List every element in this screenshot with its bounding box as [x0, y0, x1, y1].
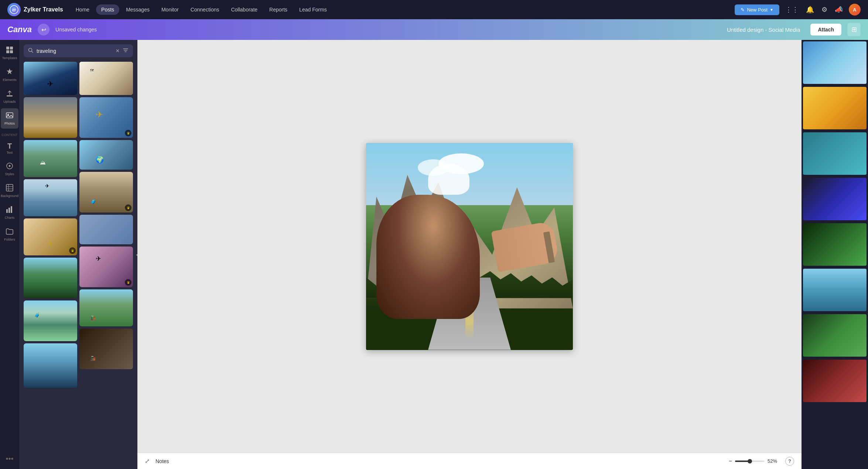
photos-icon — [6, 111, 14, 121]
sidebar-item-uploads[interactable]: Uploads — [1, 86, 18, 107]
folders-icon — [6, 227, 14, 237]
nav-connections[interactable]: Connections — [185, 4, 225, 15]
sidebar-item-charts[interactable]: Charts — [1, 203, 18, 223]
right-thumb-8[interactable] — [803, 360, 867, 402]
zoom-slider[interactable] — [735, 460, 765, 462]
photo-item-3[interactable] — [24, 97, 77, 138]
zoom-minus-button[interactable]: − — [729, 458, 732, 465]
canva-toolbar: Canva ↩ Unsaved changes Untitled design … — [0, 19, 868, 40]
canvas-area: ⤢ Notes − 52% ? — [137, 40, 802, 469]
right-thumb-2[interactable] — [803, 87, 867, 129]
svg-rect-11 — [6, 184, 13, 191]
sidebar-item-styles[interactable]: Styles — [1, 159, 18, 179]
zoom-slider-thumb[interactable] — [748, 459, 752, 463]
nav-home[interactable]: Home — [71, 4, 95, 15]
styles-icon — [6, 162, 14, 172]
main-area: Templates Elements Uploads — [0, 40, 868, 469]
nav-messages[interactable]: Messages — [121, 4, 155, 15]
photo-item-2[interactable]: 🗺 — [79, 62, 133, 95]
styles-label: Styles — [5, 173, 14, 176]
photo-item-16[interactable]: 🚂 — [79, 329, 133, 369]
photo-item-1[interactable]: ✈ — [24, 62, 77, 95]
photo-item-7[interactable]: ✈ — [24, 179, 77, 216]
bottom-bar: ⤢ Notes − 52% ? — [137, 453, 802, 469]
left-panel: ✕ ✈ ⛰ — [19, 40, 137, 469]
grid-menu-icon[interactable]: ⋮⋮ — [784, 4, 800, 15]
canvas-content — [137, 40, 802, 453]
canvas-image[interactable] — [366, 143, 573, 350]
sidebar-icons: Templates Elements Uploads — [0, 40, 19, 469]
nav-monitor[interactable]: Monitor — [156, 4, 184, 15]
canva-logo: Canva — [7, 25, 32, 34]
notes-label[interactable]: Notes — [156, 458, 169, 464]
sidebar-item-background[interactable]: Background — [1, 181, 18, 201]
top-navigation: ZT Zylker Travels Home Posts Messages Mo… — [0, 0, 868, 19]
uploads-label: Uploads — [3, 100, 16, 104]
attach-button[interactable]: Attach — [810, 24, 841, 35]
nav-reports[interactable]: Reports — [264, 4, 293, 15]
photo-item-11[interactable] — [24, 258, 77, 298]
elements-icon — [6, 68, 14, 78]
elements-label: Elements — [3, 78, 17, 82]
edit-icon: ✎ — [741, 7, 745, 13]
avatar[interactable]: A — [849, 4, 861, 16]
megaphone-icon[interactable]: 📣 — [833, 4, 844, 15]
view-grid-button[interactable]: ⊞ — [847, 23, 861, 36]
svg-rect-2 — [6, 47, 9, 50]
sidebar-item-elements[interactable]: Elements — [1, 65, 18, 85]
photo-column-1: ✈ ⛰ ✈ ✈ — [24, 62, 77, 465]
expand-icon[interactable]: ⤢ — [145, 458, 150, 465]
photo-item-6[interactable]: 🌍 — [79, 140, 133, 170]
right-thumb-6[interactable] — [803, 269, 867, 311]
nav-lead-forms[interactable]: Lead Forms — [294, 4, 332, 15]
undo-button[interactable]: ↩ — [38, 24, 49, 35]
text-icon: T — [7, 142, 12, 150]
svg-rect-13 — [8, 208, 10, 213]
more-options-dots[interactable]: ••• — [3, 452, 16, 466]
crown-badge: ♛ — [69, 247, 76, 254]
nav-collaborate[interactable]: Collaborate — [226, 4, 263, 15]
svg-marker-6 — [7, 68, 13, 74]
nav-posts[interactable]: Posts — [96, 4, 119, 15]
svg-rect-7 — [7, 95, 13, 96]
search-bar: ✕ — [24, 44, 133, 57]
new-post-button[interactable]: ✎ New Post ▼ — [735, 4, 779, 15]
photo-item-15[interactable] — [24, 343, 77, 388]
photo-item-12[interactable]: ✈ ♛ — [79, 247, 133, 287]
right-thumb-5[interactable] — [803, 223, 867, 266]
photo-item-10[interactable] — [79, 215, 133, 244]
photos-label: Photos — [4, 122, 15, 126]
search-icon — [28, 48, 34, 54]
design-title: Untitled design - Social Media — [727, 27, 800, 33]
help-button[interactable]: ? — [785, 457, 794, 466]
photo-grid: ✈ ⛰ ✈ ✈ — [19, 62, 137, 469]
bell-icon[interactable]: 🔔 — [804, 4, 816, 15]
photo-item-9[interactable]: ✈ ♛ — [24, 218, 77, 255]
charts-label: Charts — [5, 216, 15, 220]
right-thumb-3[interactable] — [803, 132, 867, 175]
svg-rect-12 — [6, 209, 8, 213]
photo-item-4[interactable]: ✈ ♛ — [79, 97, 133, 138]
right-thumb-4[interactable] — [803, 178, 867, 220]
sidebar-item-templates[interactable]: Templates — [1, 43, 18, 63]
templates-icon — [6, 46, 14, 56]
sidebar-item-photos[interactable]: Photos — [1, 108, 18, 129]
search-filter-button[interactable] — [123, 47, 129, 54]
background-label: Background — [1, 194, 18, 198]
right-thumb-1[interactable] — [803, 41, 867, 84]
photo-item-8[interactable]: 🧳 ♛ — [79, 172, 133, 213]
search-input[interactable] — [37, 48, 113, 54]
logo-icon: ZT — [7, 3, 21, 16]
photo-item-14[interactable]: 🚂 — [79, 289, 133, 326]
settings-icon[interactable]: ⚙ — [820, 4, 829, 15]
background-icon — [6, 184, 14, 194]
right-thumb-7[interactable] — [803, 314, 867, 357]
text-label: Text — [7, 151, 13, 155]
photo-item-13[interactable]: 🧳 — [24, 300, 77, 341]
photo-item-5[interactable]: ⛰ — [24, 140, 77, 177]
search-clear-button[interactable]: ✕ — [116, 48, 120, 54]
panel-collapse-handle[interactable]: ◀ — [133, 247, 137, 262]
sidebar-item-folders[interactable]: Folders — [1, 224, 18, 245]
sidebar-item-text[interactable]: T Text — [1, 139, 18, 158]
nav-links: Home Posts Messages Monitor Connections … — [71, 4, 728, 15]
